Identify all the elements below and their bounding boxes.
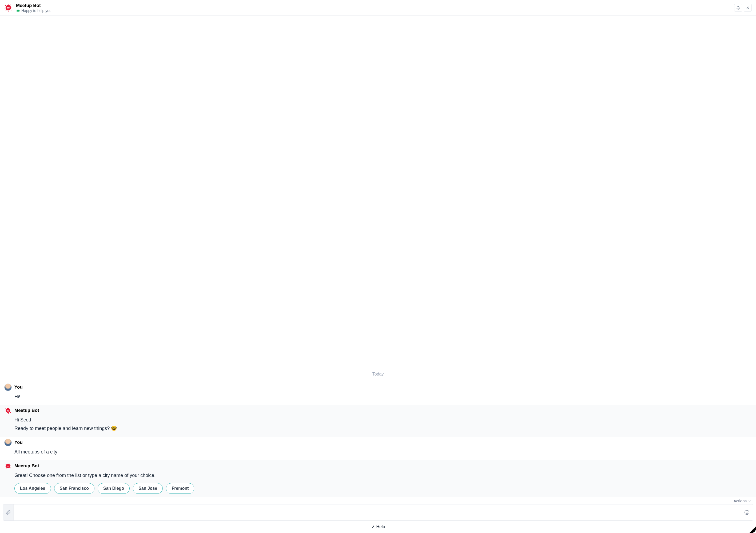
avatar [4, 383, 12, 391]
emoji-button[interactable] [741, 504, 753, 520]
svg-point-14 [10, 412, 11, 413]
cloud-online-icon [16, 9, 20, 13]
quick-reply-chip[interactable]: San Jose [133, 483, 163, 494]
close-button[interactable] [744, 4, 752, 12]
quick-reply-chip[interactable]: San Francisco [54, 483, 94, 494]
bot-title: Meetup Bot [16, 3, 731, 8]
magic-wand-icon [371, 525, 375, 529]
bell-icon [736, 6, 740, 10]
message-group: m Meetup Bot Great! Choose one from the … [0, 460, 756, 497]
svg-point-27 [5, 466, 6, 467]
chat-header: m Meetup Bot Happy to help you [0, 0, 756, 16]
svg-point-16 [6, 413, 6, 413]
message-text: Hi! [14, 393, 752, 401]
svg-point-12 [10, 408, 10, 408]
svg-point-11 [8, 407, 8, 408]
bot-status: Happy to help you [16, 9, 731, 13]
message-sender: You [14, 385, 23, 390]
svg-point-25 [8, 469, 9, 469]
date-separator-label: Today [372, 372, 384, 377]
svg-point-3 [12, 7, 12, 7]
message-group: You All meetups of a city [0, 437, 756, 460]
svg-point-18 [5, 408, 6, 409]
quick-reply-chip[interactable]: Los Angeles [14, 483, 51, 494]
svg-point-6 [6, 11, 6, 11]
avatar: m [4, 462, 12, 470]
status-text: Happy to help you [21, 9, 51, 13]
actions-label: Actions [734, 498, 747, 503]
svg-text:m: m [7, 409, 9, 412]
svg-point-8 [5, 5, 6, 6]
attach-button[interactable] [3, 504, 14, 520]
svg-point-7 [5, 8, 5, 9]
svg-point-26 [6, 468, 6, 469]
svg-point-32 [747, 512, 748, 512]
svg-point-15 [8, 413, 9, 414]
avatar: m [4, 407, 12, 414]
message-group: You Hi! [0, 381, 756, 405]
close-icon [745, 6, 750, 10]
avatar [4, 439, 12, 446]
message-group: m Meetup Bot Hi Scott Ready to meet peop… [0, 405, 756, 437]
svg-point-31 [746, 512, 746, 512]
message-sender: You [14, 440, 23, 445]
quick-reply-chip[interactable]: Fremont [166, 483, 194, 494]
help-link[interactable]: Help [0, 521, 756, 533]
svg-point-23 [11, 465, 11, 466]
paperclip-icon [6, 510, 11, 515]
svg-point-28 [5, 464, 6, 464]
svg-point-13 [11, 410, 11, 410]
chevron-down-icon [748, 499, 751, 503]
meetup-logo-icon: m [4, 3, 13, 12]
svg-text:m: m [7, 464, 9, 467]
svg-point-1 [8, 4, 9, 5]
message-composer [3, 504, 753, 521]
actions-menu[interactable]: Actions [3, 497, 753, 504]
message-sender: Meetup Bot [14, 408, 39, 413]
message-text: Ready to meet people and learn new thing… [14, 425, 752, 433]
svg-point-17 [5, 411, 6, 411]
svg-point-21 [8, 463, 8, 463]
svg-point-22 [10, 463, 10, 464]
smile-icon [744, 510, 750, 516]
quick-reply-chip[interactable]: San Diego [98, 483, 130, 494]
message-text: Great! Choose one from the list or type … [14, 472, 752, 479]
help-label: Help [376, 524, 385, 529]
svg-point-2 [10, 5, 11, 6]
date-separator: Today [0, 369, 756, 381]
message-text: Hi Scott [14, 416, 752, 424]
message-sender: Meetup Bot [14, 463, 39, 469]
svg-point-5 [9, 11, 9, 12]
svg-text:m: m [7, 6, 10, 10]
svg-point-30 [745, 510, 749, 515]
svg-point-4 [11, 10, 12, 11]
notifications-button[interactable] [734, 4, 742, 12]
message-text: All meetups of a city [14, 448, 752, 456]
conversation-scroll[interactable]: Today You Hi! m Meetup Bot Hi Scott Read… [0, 16, 756, 497]
svg-point-24 [10, 467, 11, 468]
message-input[interactable] [14, 504, 741, 520]
